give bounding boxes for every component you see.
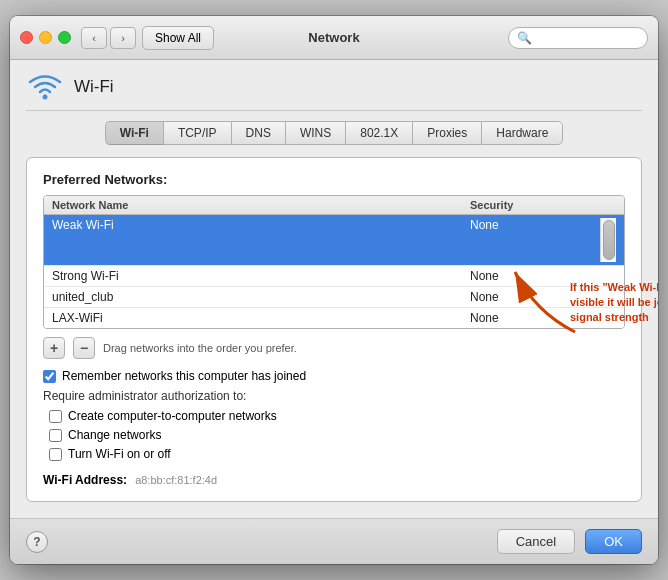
cancel-button[interactable]: Cancel [497, 529, 575, 554]
security-2: None [470, 269, 600, 283]
preferred-networks-title: Preferred Networks: [43, 172, 625, 187]
admin-option-1: Create computer-to-computer networks [49, 409, 625, 423]
tabs-bar: Wi-Fi TCP/IP DNS WINS 802.1X Proxies Har… [26, 121, 642, 145]
forward-button[interactable]: › [110, 27, 136, 49]
search-input[interactable] [536, 31, 639, 45]
admin-section: Require administrator authorization to: … [43, 389, 625, 461]
title-bar: ‹ › Show All Network 🔍 [10, 16, 658, 60]
turn-wifi-label: Turn Wi-Fi on or off [68, 447, 171, 461]
content-area: Wi-Fi Wi-Fi TCP/IP DNS WINS 802.1X Proxi… [10, 60, 658, 518]
remember-networks-checkbox[interactable] [43, 370, 56, 383]
drag-hint: Drag networks into the order you prefer. [103, 342, 297, 354]
admin-title: Require administrator authorization to: [43, 389, 625, 403]
network-name-1: Weak Wi-Fi [52, 218, 470, 262]
tab-hardware[interactable]: Hardware [481, 121, 563, 145]
nav-buttons: ‹ › [81, 27, 136, 49]
close-button[interactable] [20, 31, 33, 44]
col-security: Security [470, 199, 600, 211]
network-name-2: Strong Wi-Fi [52, 269, 470, 283]
tab-wins[interactable]: WINS [285, 121, 345, 145]
maximize-button[interactable] [58, 31, 71, 44]
back-button[interactable]: ‹ [81, 27, 107, 49]
wifi-header: Wi-Fi [26, 72, 642, 111]
actions-area: + − Drag networks into the order you pre… [43, 337, 625, 359]
table-row[interactable]: united_club None [44, 287, 624, 308]
c2c-checkbox[interactable] [49, 410, 62, 423]
show-all-button[interactable]: Show All [142, 26, 214, 50]
table-header: Network Name Security [44, 196, 624, 215]
change-networks-checkbox[interactable] [49, 429, 62, 442]
table-actions: + − Drag networks into the order you pre… [43, 337, 625, 359]
scrollbar[interactable] [600, 218, 616, 262]
wifi-address-row: Wi-Fi Address: a8:bb:cf:81:f2:4d [43, 473, 625, 487]
main-panel: Preferred Networks: Network Name Securit… [26, 157, 642, 502]
security-3: None [470, 290, 600, 304]
scrollbar-thumb [603, 220, 615, 260]
minimize-button[interactable] [39, 31, 52, 44]
window: ‹ › Show All Network 🔍 Wi-Fi Wi-Fi TCP/I… [10, 16, 658, 564]
wifi-address-label: Wi-Fi Address: [43, 473, 127, 487]
admin-options: Create computer-to-computer networks Cha… [49, 409, 625, 461]
network-name-4: LAX-WiFi [52, 311, 470, 325]
ok-button[interactable]: OK [585, 529, 642, 554]
change-networks-label: Change networks [68, 428, 161, 442]
add-network-button[interactable]: + [43, 337, 65, 359]
security-1: None [470, 218, 600, 262]
wifi-icon [26, 72, 64, 102]
network-table: Network Name Security Weak Wi-Fi None St… [43, 195, 625, 329]
help-button[interactable]: ? [26, 531, 48, 553]
admin-option-3: Turn Wi-Fi on or off [49, 447, 625, 461]
table-row[interactable]: Strong Wi-Fi None [44, 266, 624, 287]
search-box[interactable]: 🔍 [508, 27, 648, 49]
tab-proxies[interactable]: Proxies [412, 121, 481, 145]
admin-option-2: Change networks [49, 428, 625, 442]
svg-point-0 [43, 95, 48, 100]
window-title: Network [308, 30, 359, 45]
table-row[interactable]: Weak Wi-Fi None [44, 215, 624, 266]
tab-tcpip[interactable]: TCP/IP [163, 121, 231, 145]
wifi-label: Wi-Fi [74, 77, 114, 97]
tab-wifi[interactable]: Wi-Fi [105, 121, 163, 145]
tab-dns[interactable]: DNS [231, 121, 285, 145]
table-row[interactable]: LAX-WiFi None [44, 308, 624, 328]
remove-network-button[interactable]: − [73, 337, 95, 359]
bottom-bar: ? Cancel OK [10, 518, 658, 564]
wifi-address-value: a8:bb:cf:81:f2:4d [135, 474, 217, 486]
network-name-3: united_club [52, 290, 470, 304]
c2c-label: Create computer-to-computer networks [68, 409, 277, 423]
security-4: None [470, 311, 600, 325]
table-body: Weak Wi-Fi None Strong Wi-Fi None united… [44, 215, 624, 328]
search-icon: 🔍 [517, 31, 532, 45]
traffic-lights [20, 31, 71, 44]
col-network-name: Network Name [52, 199, 470, 211]
remember-networks-label: Remember networks this computer has join… [62, 369, 306, 383]
turn-wifi-checkbox[interactable] [49, 448, 62, 461]
tab-8021x[interactable]: 802.1X [345, 121, 412, 145]
remember-networks-row: Remember networks this computer has join… [43, 369, 625, 383]
